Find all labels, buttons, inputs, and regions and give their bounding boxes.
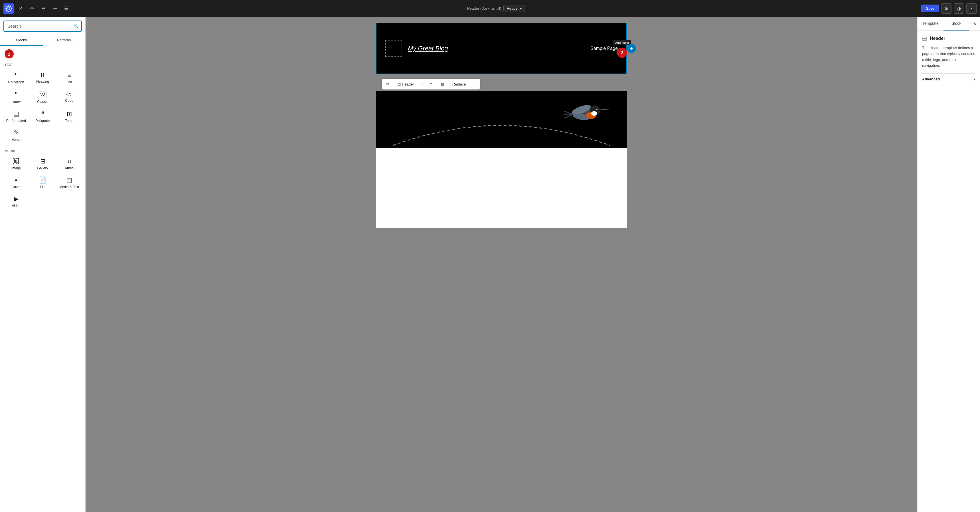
search-input-wrap: 🔍 <box>3 21 82 32</box>
tab-patterns[interactable]: Patterns <box>43 35 86 46</box>
tab-block[interactable]: Block <box>943 17 969 30</box>
heading-icon: H <box>41 73 45 78</box>
panel-advanced-header[interactable]: Advanced ▾ <box>922 73 975 85</box>
panel-content: ▤ Header The Header template defines a p… <box>918 31 980 512</box>
svg-line-6 <box>600 109 609 110</box>
table-icon: ⊞ <box>67 111 72 117</box>
block-item-video[interactable]: ▶ Video <box>3 193 29 211</box>
canvas-area: My Great Blog Sample Page + Add block 2 … <box>86 17 917 512</box>
preformatted-icon: ▤ <box>13 111 19 117</box>
add-block-tooltip: Add block <box>613 40 631 45</box>
block-item-verse[interactable]: ✎ Verse <box>3 127 29 145</box>
text-section-label: TEXT <box>0 60 85 68</box>
block-type-button[interactable]: ▤ Header <box>395 80 417 88</box>
search-input[interactable] <box>4 21 71 31</box>
sidebar-tabs: Blocks Patterns <box>0 35 85 46</box>
code-icon: </> <box>66 92 72 97</box>
topbar-center: Header (Dark, small) Header ▾ <box>73 5 919 12</box>
align-button[interactable]: ⊟ <box>438 80 447 88</box>
header-chip-label: Header <box>506 6 519 11</box>
logo-placeholder <box>385 40 402 57</box>
bird-svg <box>558 94 610 131</box>
block-type-icon: ▤ <box>397 82 401 86</box>
close-button[interactable]: ✕ <box>16 4 25 13</box>
tab-template[interactable]: Template <box>918 17 943 30</box>
svg-point-5 <box>591 111 597 116</box>
file-icon: 📄 <box>39 177 46 183</box>
replace-button[interactable]: Replace <box>450 80 469 88</box>
text-block-grid: ¶ Paragraph H Heading ≡ List " Quote W <box>0 68 85 146</box>
theme-toggle-button[interactable]: ◑ <box>954 3 964 14</box>
topbar-right: Save ⚙ ◑ ⋮ <box>921 3 977 14</box>
chevron-icon: ▾ <box>974 77 975 81</box>
block-item-gallery[interactable]: ⊟ Gallery <box>30 155 55 173</box>
tab-blocks[interactable]: Blocks <box>0 35 43 46</box>
save-button[interactable]: Save <box>921 5 939 12</box>
redo-button[interactable]: ↪ <box>50 4 59 13</box>
block-item-code[interactable]: </> Code <box>56 88 82 107</box>
block-item-cover[interactable]: ▪ Cover <box>3 174 29 192</box>
page-subtitle: Header (Dark, small) <box>467 6 501 11</box>
classic-icon: W <box>39 91 46 98</box>
add-block-button[interactable]: + <box>627 44 636 53</box>
media-block-grid: 🖼 Image ⊟ Gallery ♫ Audio ▪ Cover 📄 <box>0 154 85 212</box>
cover-icon: ▪ <box>15 177 18 183</box>
media-text-icon: ▤ <box>66 177 72 183</box>
block-item-preformatted[interactable]: ▤ Preformatted <box>3 108 29 126</box>
chevron-down-icon: ▾ <box>520 6 522 11</box>
block-item-table[interactable]: ⊞ Table <box>56 108 82 126</box>
media-section-label: MEDIA <box>0 146 85 154</box>
block-item-classic[interactable]: W Classic <box>30 88 55 107</box>
canvas-frame: My Great Blog Sample Page + Add block 2 … <box>376 23 627 228</box>
toolbar-divider-3 <box>448 81 449 87</box>
panel-advanced-section: Advanced ▾ <box>922 73 975 85</box>
wp-logo[interactable] <box>3 3 14 14</box>
audio-icon: ♫ <box>67 158 72 164</box>
panel-header-icon: ▤ <box>922 35 927 41</box>
block-item-file[interactable]: 📄 File <box>30 174 55 192</box>
settings-button[interactable]: ⚙ <box>941 3 951 14</box>
block-item-heading[interactable]: H Heading <box>30 69 55 87</box>
undo-button[interactable]: ↩ <box>39 4 48 13</box>
list-icon: ≡ <box>67 72 71 78</box>
search-icon[interactable]: 🔍 <box>71 21 81 31</box>
toolbar-divider <box>393 81 393 87</box>
block-toolbar: ⧉ ▤ Header ⠿ ⌃ ⊟ Replace ⋮ <box>382 79 480 89</box>
search-box: 🔍 <box>0 17 85 35</box>
badge-2: 2 <box>617 48 627 58</box>
topbar: ✕ ✏ ↩ ↪ ☰ Header (Dark, small) Header ▾ … <box>0 0 980 17</box>
blocks-list: 1 TEXT ¶ Paragraph H Heading ≡ List " <box>0 46 85 512</box>
badge-1: 1 <box>5 49 14 59</box>
svg-point-8 <box>597 109 598 110</box>
block-item-media-text[interactable]: ▤ Media & Text <box>56 174 82 192</box>
more-button[interactable]: ⋮ <box>966 3 977 14</box>
edit-button[interactable]: ✏ <box>27 4 37 13</box>
site-title[interactable]: My Great Blog <box>408 45 448 52</box>
list-view-button[interactable]: ☰ <box>62 4 71 13</box>
main-layout: 🔍 Blocks Patterns 1 TEXT ¶ Paragraph <box>0 17 980 512</box>
quote-icon: " <box>15 91 18 99</box>
block-item-list[interactable]: ≡ List <box>56 69 82 87</box>
move-up-down-button[interactable]: ⌃ <box>427 80 436 88</box>
more-options-button[interactable]: ⋮ <box>469 80 479 88</box>
sidebar: 🔍 Blocks Patterns 1 TEXT ¶ Paragraph <box>0 17 86 512</box>
right-panel: Template Block ✕ ▤ Header The Header tem… <box>917 17 980 512</box>
panel-block-header: ▤ Header <box>922 35 975 41</box>
toolbar-divider-2 <box>437 81 437 87</box>
copy-button[interactable]: ⧉ <box>383 80 392 88</box>
content-area <box>376 148 627 228</box>
panel-tabs: Template Block ✕ <box>918 17 980 31</box>
header-block[interactable]: My Great Blog Sample Page + Add block 2 … <box>376 23 627 74</box>
gallery-icon: ⊟ <box>40 158 45 164</box>
block-item-paragraph[interactable]: ¶ Paragraph <box>3 69 29 87</box>
block-item-pullquote[interactable]: ❝ Pullquote <box>30 108 55 126</box>
pullquote-icon: ❝ <box>41 111 45 117</box>
block-item-quote[interactable]: " Quote <box>3 88 29 107</box>
header-chip[interactable]: Header ▾ <box>503 5 525 12</box>
block-item-audio[interactable]: ♫ Audio <box>56 155 82 173</box>
image-icon: 🖼 <box>13 158 19 164</box>
panel-block-title: Header <box>930 36 945 41</box>
panel-close-button[interactable]: ✕ <box>969 17 980 30</box>
block-item-image[interactable]: 🖼 Image <box>3 155 29 173</box>
drag-handle[interactable]: ⠿ <box>418 80 426 88</box>
